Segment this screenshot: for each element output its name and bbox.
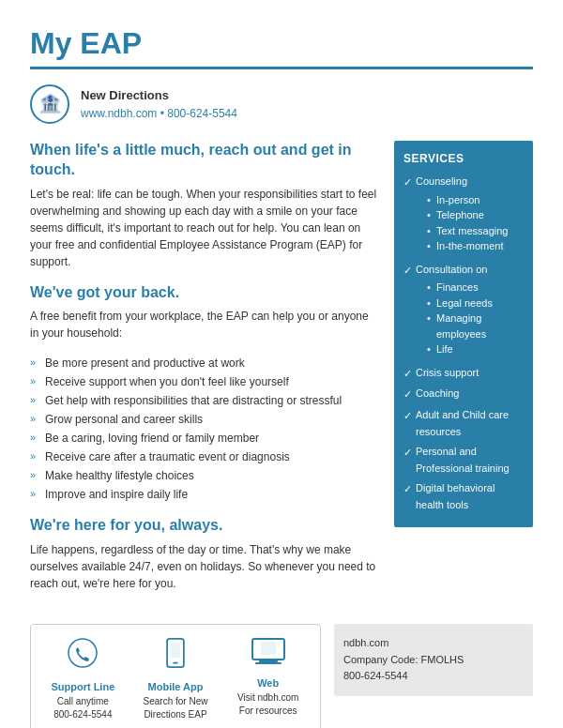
contact-support: Support Line Call anytime 800-624-5544	[48, 638, 118, 720]
info-box: ndbh.com Company Code: FMOLHS 800-624-55…	[334, 624, 533, 696]
svc-sub-item: Telephone	[427, 207, 508, 223]
svc-sub-item: Finances	[427, 280, 524, 296]
services-box: SERVICES ✓CounselingIn-personTelephoneTe…	[394, 141, 533, 527]
contact-box: Support Line Call anytime 800-624-5544 M…	[30, 624, 321, 728]
web-sub2: For resources	[233, 705, 303, 718]
support-label: Support Line	[48, 680, 118, 694]
svc-sub-item: Legal needs	[427, 296, 524, 311]
org-name: New Directions	[81, 86, 237, 105]
svg-rect-9	[255, 662, 282, 664]
main-content: When life's a little much, reach out and…	[30, 141, 379, 605]
svc-label: Personal and Professional training	[416, 446, 510, 474]
section2-intro: A free benefit from your workplace, the …	[30, 308, 379, 341]
check-icon: ✓	[403, 481, 412, 498]
service-item: ✓Adult and Child care resources	[403, 407, 524, 440]
service-item: ✓Personal and Professional training	[403, 444, 524, 477]
check-icon: ✓	[403, 174, 412, 191]
check-icon: ✓	[403, 263, 412, 280]
svc-label: Adult and Child care resources	[416, 409, 509, 437]
svc-label: Coaching	[416, 387, 459, 399]
svc-label: Counseling	[416, 175, 467, 187]
web-icon	[233, 638, 303, 671]
bullet-item: Be more present and productive at work	[30, 355, 379, 372]
support-sub1: Call anytime	[48, 695, 118, 708]
svc-label: Consultation on	[416, 264, 487, 275]
mobile-icon	[141, 638, 211, 675]
svg-rect-4	[173, 662, 177, 664]
section3-body: Life happens, regardless of the day or t…	[30, 541, 379, 592]
svg-text:🏦: 🏦	[38, 92, 62, 114]
service-item: ✓CounselingIn-personTelephoneText messag…	[403, 174, 524, 258]
bullet-item: Improve and inspire daily life	[30, 486, 379, 503]
svg-point-2	[68, 639, 97, 667]
svc-label: Crisis support	[416, 367, 479, 378]
bullet-item: Be a caring, loving friend or family mem…	[30, 430, 379, 447]
footer-section: Support Line Call anytime 800-624-5544 M…	[30, 624, 533, 728]
svc-sub-item: Text messaging	[427, 223, 508, 239]
svg-rect-8	[259, 660, 278, 662]
service-item: ✓Coaching	[403, 386, 524, 403]
bullet-item: Receive support when you don't feel like…	[30, 373, 379, 390]
check-icon: ✓	[403, 387, 412, 403]
svg-rect-7	[261, 642, 276, 655]
svc-sub-item: In-person	[427, 192, 508, 208]
org-icon: 🏦	[30, 84, 69, 124]
service-item: ✓Consultation onFinancesLegal needsManag…	[403, 262, 524, 361]
section1-body: Let's be real: life can be tough. When y…	[30, 186, 379, 270]
check-icon: ✓	[403, 366, 412, 383]
bullet-item: Get help with responsibilities that are …	[30, 392, 379, 409]
info-company-code: Company Code: FMOLHS	[343, 652, 524, 669]
bullet-item: Make healthy lifestyle choices	[30, 467, 379, 484]
check-icon: ✓	[403, 445, 412, 462]
support-sub2: 800-624-5544	[48, 708, 118, 721]
bullet-item: Receive care after a traumatic event or …	[30, 448, 379, 465]
bullet-item: Grow personal and career skills	[30, 411, 379, 428]
contact-mobile: Mobile App Search for New Directions EAP	[141, 638, 211, 720]
svc-sub-item: Life	[427, 341, 524, 357]
section3-heading: We're here for you, always.	[30, 516, 379, 536]
phone-icon	[48, 638, 118, 675]
mobile-sub2: Directions EAP	[141, 708, 211, 721]
sidebar: SERVICES ✓CounselingIn-personTelephoneTe…	[394, 141, 533, 605]
info-phone: 800-624-5544	[343, 668, 524, 685]
info-website: ndbh.com	[343, 635, 524, 652]
section1-heading: When life's a little much, reach out and…	[30, 141, 379, 180]
service-item: ✓Digital behavioral health tools	[403, 480, 524, 513]
section2-bullets: Be more present and productive at workRe…	[30, 355, 379, 503]
service-item: ✓Crisis support	[403, 365, 524, 383]
services-title: SERVICES	[403, 150, 524, 168]
org-header: 🏦 New Directions www.ndbh.com • 800-624-…	[30, 84, 533, 124]
org-info: New Directions www.ndbh.com • 800-624-55…	[81, 86, 237, 122]
page-title: My EAP	[30, 26, 533, 61]
contact-web: Web Visit ndbh.com For resources	[233, 638, 303, 717]
mobile-sub1: Search for New	[141, 695, 211, 708]
org-link: www.ndbh.com • 800-624-5544	[81, 105, 237, 122]
section2-heading: We've got your back.	[30, 283, 379, 303]
svc-sub-item: Managing employees	[427, 311, 524, 341]
web-sub1: Visit ndbh.com	[233, 691, 303, 705]
check-icon: ✓	[403, 408, 412, 425]
mobile-label: Mobile App	[141, 680, 211, 694]
svc-label: Digital behavioral health tools	[416, 482, 495, 510]
svc-sub-item: In-the-moment	[427, 238, 508, 254]
svg-rect-5	[171, 644, 181, 659]
web-label: Web	[233, 676, 303, 690]
